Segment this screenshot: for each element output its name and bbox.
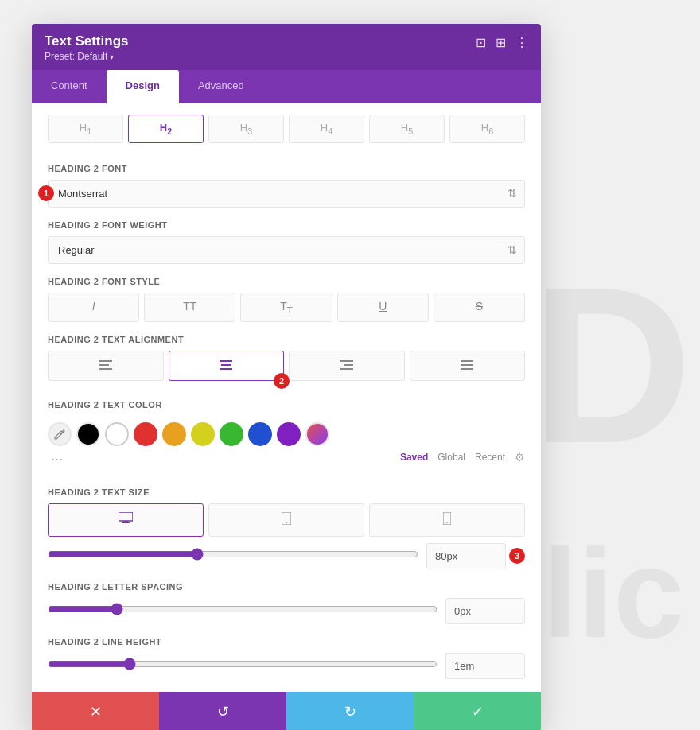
heading-tab-h3[interactable]: H3 [208, 115, 284, 143]
text-size-slider-wrap [48, 548, 418, 564]
color-yellow[interactable] [191, 422, 215, 446]
align-center[interactable] [169, 351, 285, 381]
style-strikethrough[interactable]: S [434, 293, 525, 322]
color-orange[interactable] [162, 422, 186, 446]
split-icon[interactable]: ⊞ [496, 35, 506, 50]
expand-icon[interactable]: ⊡ [476, 35, 486, 50]
letter-spacing-value [445, 598, 525, 624]
letter-spacing-input[interactable] [445, 598, 525, 624]
svg-rect-8 [340, 368, 353, 370]
color-white[interactable] [105, 422, 129, 446]
save-button[interactable]: ✓ [414, 692, 541, 730]
line-height-slider[interactable] [48, 658, 438, 670]
color-gradient[interactable] [305, 422, 329, 446]
svg-rect-5 [220, 368, 232, 370]
font-select[interactable]: Montserrat Open Sans Roboto [48, 180, 525, 208]
color-red[interactable] [134, 422, 158, 446]
font-weight-select[interactable]: Regular Bold Light [48, 236, 525, 264]
color-tab-recent[interactable]: Recent [475, 452, 505, 463]
panel-title-area: Text Settings Preset: Default ▾ [45, 33, 128, 62]
style-underline[interactable]: U [337, 293, 429, 322]
device-row [48, 503, 525, 537]
svg-point-16 [286, 522, 287, 523]
preset-dropdown-arrow: ▾ [110, 52, 114, 61]
color-row [48, 416, 525, 449]
heading-tab-h6[interactable]: H6 [449, 115, 525, 143]
line-height-slider-wrap [48, 658, 438, 674]
style-italic[interactable]: I [48, 293, 139, 322]
svg-point-18 [446, 522, 448, 523]
device-mobile[interactable] [369, 503, 525, 537]
panel-footer: ✕ ↺ ↻ ✓ [32, 692, 541, 730]
panel-header-icons: ⊡ ⊞ ⋮ [476, 35, 528, 50]
color-tabs: Saved Global Recent ⚙ [400, 451, 525, 464]
line-height-label: Heading 2 Line Height [48, 637, 525, 647]
svg-rect-4 [221, 364, 231, 366]
panel-title: Text Settings [45, 33, 128, 49]
svg-rect-11 [461, 368, 473, 370]
font-select-wrap: 1 Montserrat Open Sans Roboto ⇅ [48, 180, 525, 208]
letter-spacing-slider-row [48, 598, 525, 624]
redo-button[interactable]: ↻ [286, 692, 414, 730]
device-desktop[interactable] [48, 503, 204, 537]
text-color-label: Heading 2 Text Color [48, 400, 525, 410]
more-colors-btn[interactable]: ··· [48, 451, 66, 468]
eyedropper-btn[interactable] [48, 422, 72, 446]
align-right[interactable] [289, 351, 405, 381]
font-weight-select-wrap: Regular Bold Light ⇅ [48, 236, 525, 264]
line-height-slider-row [48, 653, 525, 679]
align-justify[interactable] [410, 351, 526, 381]
font-style-buttons: I TT TT U S [48, 293, 525, 322]
svg-rect-10 [461, 364, 473, 366]
text-size-label: Heading 2 Text Size [48, 487, 525, 497]
color-purple[interactable] [277, 422, 301, 446]
text-size-slider-row: 3 [48, 543, 525, 569]
letter-spacing-slider[interactable] [48, 603, 438, 615]
style-smallcaps[interactable]: TT [240, 293, 332, 322]
style-uppercase[interactable]: TT [144, 293, 235, 322]
svg-rect-3 [220, 360, 232, 362]
letter-spacing-label: Heading 2 Letter Spacing [48, 582, 525, 592]
line-height-input[interactable] [445, 653, 525, 679]
letter-spacing-slider-wrap [48, 603, 438, 619]
panel-preset[interactable]: Preset: Default ▾ [45, 51, 128, 62]
font-style-label: Heading 2 Font Style [48, 277, 525, 286]
color-blue[interactable] [248, 422, 272, 446]
text-alignment-label: Heading 2 Text Alignment [48, 335, 525, 344]
badge-1: 1 [38, 185, 54, 201]
svg-rect-1 [99, 364, 109, 366]
text-settings-panel: Text Settings Preset: Default ▾ ⊡ ⊞ ⋮ Co… [32, 24, 541, 730]
reset-button[interactable]: ↺ [159, 692, 286, 730]
alignment-buttons: 2 [48, 351, 525, 381]
tab-advanced[interactable]: Advanced [179, 70, 263, 103]
color-tab-global[interactable]: Global [438, 452, 465, 463]
heading-tab-h2[interactable]: H2 [128, 115, 204, 143]
color-green[interactable] [220, 422, 243, 446]
heading-tab-h4[interactable]: H4 [289, 115, 364, 143]
tab-content[interactable]: Content [32, 70, 107, 103]
panel-header: Text Settings Preset: Default ▾ ⊡ ⊞ ⋮ [32, 24, 541, 70]
svg-rect-2 [99, 368, 112, 370]
color-settings-icon[interactable]: ⚙ [515, 451, 525, 464]
heading-tab-h1[interactable]: H1 [48, 115, 123, 143]
svg-rect-13 [123, 521, 128, 522]
svg-rect-0 [99, 360, 112, 362]
text-size-slider[interactable] [48, 548, 418, 561]
align-left[interactable] [48, 351, 164, 381]
text-size-value: 3 [426, 543, 525, 569]
cancel-button[interactable]: ✕ [32, 692, 159, 730]
svg-rect-9 [461, 360, 473, 362]
svg-rect-14 [122, 522, 130, 523]
heading-tab-h5[interactable]: H5 [369, 115, 445, 143]
text-size-input[interactable] [426, 543, 506, 569]
svg-rect-12 [119, 512, 133, 521]
svg-rect-6 [340, 360, 353, 362]
tab-design[interactable]: Design [107, 70, 179, 103]
color-tab-saved[interactable]: Saved [400, 452, 428, 463]
more-icon[interactable]: ⋮ [515, 35, 528, 50]
tabs-bar: Content Design Advanced [32, 70, 541, 103]
color-black[interactable] [76, 422, 100, 446]
line-height-value [445, 653, 525, 679]
font-weight-label: Heading 2 Font Weight [48, 220, 525, 230]
device-tablet[interactable] [208, 503, 364, 537]
